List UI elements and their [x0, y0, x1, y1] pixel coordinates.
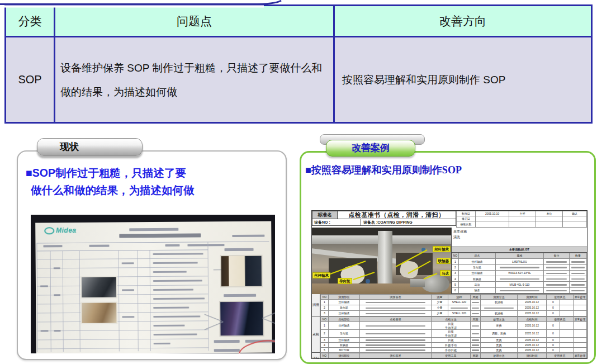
leader-line — [263, 318, 275, 326]
blurred-title-bar — [119, 233, 201, 238]
cleaning-section: 清扫 NO 清扫部位 清扫基准 使用工具 周期 处理方法 清扫时间 使用状态 异… — [312, 353, 587, 359]
grid-line — [36, 242, 269, 244]
embedded-photo — [80, 301, 117, 324]
doc-info-block: 基本设施 清洗 主要消耗品LIST NO 品名 规格 备注 数量 1 — [452, 228, 587, 294]
leader-line — [263, 310, 275, 319]
improvement-heading: ■按照容易理解和实用原则制作SOP — [305, 163, 585, 177]
blurred-text-bar — [122, 289, 134, 291]
section-label: 清扫 — [312, 353, 320, 359]
inspection-section: 点检 NO 点检部位 点检基准 点检方法 周期 处理方法 点检时间 使用状态 异… — [312, 316, 587, 353]
blurred-text-bar — [153, 307, 189, 309]
meta-rev-label: 修正日 — [457, 216, 476, 221]
blurred-text-bar — [154, 333, 197, 335]
embedded-photo — [220, 255, 263, 288]
inspection-row: 2 导向轮 目视 手动/直进 调整、更换 2005.10.12 0 — [320, 330, 586, 338]
device-no-label: 设备NO : — [312, 219, 361, 226]
embedded-photo — [219, 301, 264, 337]
comparison-table: 分类 问题点 改善方向 SOP 设备维护保养 SOP 制作过于粗糙，只描述了要做… — [4, 4, 593, 124]
blurred-text-bar — [43, 245, 62, 247]
machine-photo: 丝杆轴承 导向轮 丝杆轴承 联轴器 马达 — [312, 228, 452, 294]
doc-header: 标准名 点检基准书（点检，润滑，清扫） 设备NO : 设备名 :COATING … — [312, 211, 587, 228]
meta-made-label: 制作日 — [457, 211, 476, 216]
consumable-row: 5 马达 MILB-40L-5-110 — [452, 282, 587, 287]
cleaning-row: 1 整机 抹布 2005.10.12 0 — [320, 358, 586, 360]
current-state-photo: Midea — [31, 215, 275, 353]
blurred-text-bar — [41, 330, 49, 332]
sop-paper: Midea — [35, 221, 272, 353]
blurred-text-bar — [187, 244, 224, 246]
cleaning-table: NO 清扫部位 清扫基准 使用工具 周期 处理方法 清扫时间 使用状态 异常处理… — [320, 353, 587, 359]
part-label: 马达 — [440, 270, 451, 276]
blurred-text-bar — [89, 245, 109, 247]
consumable-row: 6 轴承 — [452, 287, 587, 293]
meta-made-date: 2005.10.10 — [476, 211, 509, 216]
blurred-text-bar — [214, 340, 240, 343]
inspection-row: 5 MOTOR 手动/目视 更换 2005.10.12 0 — [320, 348, 586, 353]
blurred-text-bar — [54, 267, 60, 269]
part-label: 丝杆轴承 — [312, 272, 330, 278]
consumable-row: 4 联轴器 — [452, 276, 587, 282]
improvement-tab: 改善案例 — [326, 140, 415, 157]
blurred-text-bar — [153, 262, 198, 264]
doc-title-label: 标准名 — [312, 211, 338, 219]
meta-col1: 主管 — [509, 211, 536, 216]
current-state-tab: 现状 — [37, 138, 143, 156]
cell-problem: 设备维护保养 SOP 制作过于粗糙，只描述了要做什么和做的结果，为描述如何做 — [55, 37, 335, 122]
blurred-text-bar — [232, 235, 264, 237]
blurred-text-bar — [153, 297, 205, 300]
meta-col2: 单位 — [536, 211, 563, 216]
consumables-list-title: 主要消耗品LIST — [452, 247, 587, 253]
blurred-text-bar — [153, 325, 184, 327]
inspection-row: 4 联轴器 目视/手动 更换 2005.10.12 0 — [320, 343, 586, 348]
heading-line2: 做什么和做的结果，为描述如何做 — [31, 182, 274, 199]
table-header-row: 分类 问题点 改善方向 — [6, 6, 591, 37]
lubrication-table: NO 润滑部位 润滑基准 油量 油种 周期 润滑方法 润滑时间 使用状态 异常处… — [320, 294, 587, 316]
inspection-row: 1 丝杆轴承 目视 手动/直进 更换 2005.10.12 0 — [320, 322, 586, 330]
doc-header-left: 标准名 点检基准书（点检，润滑，清扫） 设备NO : 设备名 :COATING … — [312, 211, 456, 228]
lubrication-section: 润滑 NO 润滑部位 润滑基准 油量 油种 周期 润滑方法 润滑时间 使用状态 … — [312, 294, 587, 316]
blurred-text-bar — [54, 294, 60, 296]
part-label: 联轴器 — [437, 258, 451, 264]
consumables-table: NO 品名 规格 备注 数量 1 丝杆轴承 LM3PNLUU — [452, 253, 587, 294]
blurred-text-bar — [122, 316, 134, 318]
lubrication-row: 3 丝杆轴承 少量 SHELL 220 机油枪 2005.10.12 0 — [320, 311, 586, 316]
col-header-direction: 改善方向 — [335, 6, 591, 36]
blurred-text-bar — [165, 244, 179, 247]
consumable-row: 2 导向轮 — [452, 264, 587, 270]
problem-text: 设备维护保养 SOP 制作过于粗糙，只描述了要做什么和做的结果，为描述如何做 — [60, 56, 328, 104]
consumable-row: 3 丝杆轴承 W3013-62Y-13*3L — [452, 270, 587, 276]
blurred-text-bar — [153, 280, 202, 282]
meta-revcount-label: 修改次数 — [457, 221, 476, 228]
heading-line1: ■SOP制作过于粗糙，只描述了要 — [26, 164, 274, 182]
label-leader-lines — [312, 228, 452, 294]
midea-logo: Midea — [44, 226, 77, 235]
part-label: 丝杆轴承 — [433, 246, 451, 252]
inspection-row: 3 丝杆轴承 目视 更换 2005.10.12 0 — [320, 338, 586, 343]
blurred-text-bar — [153, 315, 200, 318]
col-header-problem: 问题点 — [55, 6, 335, 36]
doc-title: 点检基准书（点检，润滑，清扫） — [338, 211, 456, 219]
blurred-text-bar — [153, 271, 187, 273]
blurred-caption-bar — [225, 248, 254, 251]
lubrication-row: 2 导向轮 少量 2005.10.12 0 — [320, 305, 586, 311]
inspection-standard-document: 标准名 点检基准书（点检，润滑，清扫） 设备NO : 设备名 :COATING … — [311, 210, 587, 359]
basic-facility-note: 基本设施 清洗 — [452, 228, 587, 247]
inspection-table: NO 点检部位 点检基准 点检方法 周期 处理方法 点检时间 使用状态 异常处理… — [320, 316, 587, 353]
grid-line — [207, 242, 209, 351]
lubrication-row: 1 丝杆轴承 少量 SHELL 220 机油枪 2005.10.12 0 — [320, 300, 586, 305]
meta-col3: 确认 — [563, 211, 587, 216]
device-name: 设备名 :COATING DIPPING — [361, 219, 456, 226]
consumable-row: 1 丝杆轴承 LM3PNLUU — [452, 259, 587, 264]
table-body-row: SOP 设备维护保养 SOP 制作过于粗糙，只描述了要做什么和做的结果，为描述如… — [6, 37, 591, 122]
cell-direction: 按照容易理解和实用原则制作 SOP — [335, 37, 591, 122]
blurred-text-bar — [154, 343, 170, 344]
cell-category: SOP — [6, 37, 55, 122]
part-label: 导向轮 — [338, 278, 352, 284]
blurred-text-bar — [40, 285, 48, 287]
blurred-text-bar — [153, 253, 203, 255]
leader-line — [214, 270, 221, 270]
col-header-category: 分类 — [6, 6, 55, 36]
slide: 分类 问题点 改善方向 SOP 设备维护保养 SOP 制作过于粗糙，只描述了要做… — [0, 0, 597, 364]
blurred-caption-bar — [224, 294, 256, 297]
section-label: 点检 — [312, 316, 320, 353]
